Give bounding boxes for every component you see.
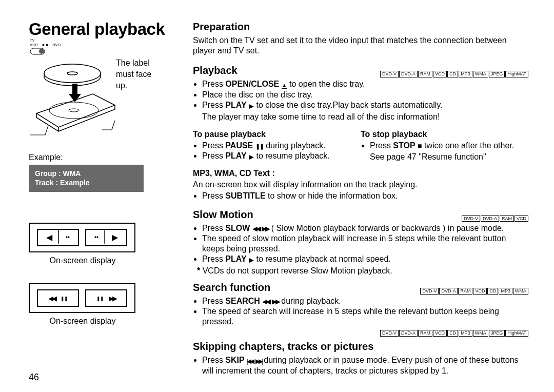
osd-slow-fwd-icon: │ — [85, 229, 127, 246]
search-formats: DVD-V DVD-A RAM VCD CD MP3 WMA — [420, 288, 528, 295]
osd-caption-2: On-screen display — [29, 316, 136, 326]
skip-prev-icon — [247, 356, 253, 366]
stop-subhead: To stop playback — [361, 129, 528, 140]
svg-rect-1 — [39, 49, 44, 54]
osd-search-fwd-icon — [85, 289, 127, 307]
svg-point-2 — [44, 64, 101, 83]
play-icon — [249, 151, 254, 162]
device-dvd-label: DVD — [52, 43, 61, 48]
heading-playback: Playback — [193, 64, 238, 77]
play-icon — [249, 254, 254, 265]
playback-b3: Press PLAY to close the disc tray.Play b… — [202, 100, 528, 111]
left-column: General playback TV VCR ■ ■ DVD — [29, 21, 183, 392]
playback-b1: Press OPEN/CLOSE to open the disc tray. — [202, 79, 528, 90]
playback-b2: Place the disc on the disc tray. — [202, 90, 528, 100]
device-vcr-label: VCR — [30, 43, 38, 48]
info-box-group: Group : WMA — [35, 169, 137, 179]
heading-search: Search function — [193, 281, 270, 294]
slow-b1: Press SLOW ( Slow Motion playback forwar… — [202, 223, 528, 233]
device-mode-icon: TV VCR ■ ■ DVD — [30, 38, 183, 55]
mp3-subhead: MP3, WMA, CD Text : — [193, 168, 528, 179]
example-label: Example: — [29, 152, 183, 163]
pause-icon — [255, 141, 264, 151]
label-up-3: up. — [116, 81, 151, 91]
search-b2: The speed of search will increase in 5 s… — [202, 306, 528, 327]
heading-skipping: Skipping chapters, tracks or pictures — [193, 340, 528, 353]
playback-note: The player may take some time to read al… — [193, 112, 528, 122]
skip-formats: DVD-V DVD-A RAM VCD CD MP3 WMA JPEG High… — [380, 330, 528, 337]
mp3-text: An on-screen box will display informatio… — [193, 180, 528, 190]
device-tv-label: TV — [30, 38, 35, 42]
pause-b1: Press PAUSE during playback. — [202, 141, 361, 151]
skip-b1: Press SKIP during playback or in pause m… — [202, 355, 528, 376]
rewind-icon — [252, 224, 260, 232]
eject-icon — [282, 80, 287, 90]
heading-slow: Slow Motion — [193, 208, 253, 221]
pause-subhead: To pause playback — [193, 129, 361, 140]
svg-point-3 — [67, 72, 77, 75]
label-up-1: The label — [116, 58, 151, 68]
osd-slow-back-icon: │ — [37, 229, 79, 246]
preparation-text: Switch on the TV set and set it to the v… — [193, 35, 528, 56]
slow-formats: DVD-V DVD-A RAM VCD — [462, 215, 528, 222]
playback-formats: DVD-V DVD-A RAM VCD CD MP3 WMA JPEG High… — [380, 71, 528, 77]
stop-icon — [418, 141, 422, 151]
stop-b1: Press STOP twice one after the other. — [370, 141, 528, 151]
osd-caption-1: On-screen display — [29, 256, 136, 266]
osd-search-box — [29, 283, 135, 313]
osd-search-back-icon — [37, 289, 79, 307]
ffwd-icon — [272, 297, 279, 305]
slow-b2: The speed of slow motion playback will i… — [202, 233, 528, 254]
svg-point-5 — [69, 109, 79, 112]
page-title: General playback — [29, 21, 183, 37]
example-info-box: Group : WMA Track : Example — [29, 165, 144, 192]
page-number: 46 — [29, 371, 39, 383]
heading-preparation: Preparation — [193, 21, 528, 33]
slow-b3: Press PLAY to resume playback at normal … — [202, 254, 528, 265]
stop-b2: See page 47 "Resume function" — [361, 152, 528, 162]
svg-point-4 — [49, 102, 98, 119]
info-box-track: Track : Example — [35, 178, 137, 188]
disc-tray-illustration — [29, 58, 116, 145]
mp3-b1: Press SUBTITLE to show or hide the infor… — [202, 191, 528, 201]
pause-b2: Press PLAY to resume playback. — [202, 151, 361, 162]
rewind-icon — [262, 297, 269, 305]
osd-slow-box: │ │ — [29, 223, 135, 252]
play-icon — [249, 101, 254, 111]
slow-star: * VCDs do not support reverse Slow Motio… — [193, 266, 528, 276]
skip-next-icon — [255, 356, 262, 366]
label-up-2: must face — [116, 69, 151, 80]
ffwd-icon — [262, 224, 269, 232]
device-switch-icon — [30, 48, 45, 55]
right-column: Preparation Switch on the TV set and set… — [183, 21, 528, 392]
search-b1: Press SEARCH during playback. — [202, 296, 528, 306]
